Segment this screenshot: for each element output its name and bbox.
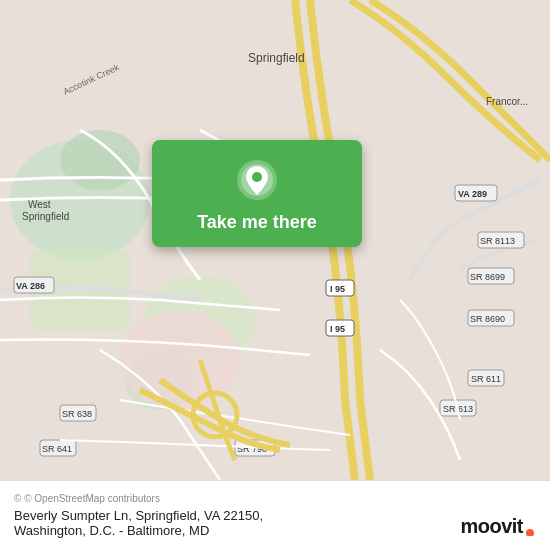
svg-text:SR 8699: SR 8699 (470, 272, 505, 282)
svg-text:Springfield: Springfield (22, 211, 69, 222)
svg-text:VA 289: VA 289 (458, 189, 487, 199)
svg-text:Springfield: Springfield (248, 51, 305, 65)
footer: © © OpenStreetMap contributors Beverly S… (0, 480, 550, 550)
moovit-brand-text: moovit (460, 515, 523, 538)
copyright-text: © OpenStreetMap contributors (24, 493, 160, 504)
address-line: Beverly Sumpter Ln, Springfield, VA 2215… (14, 508, 263, 523)
svg-text:SR 641: SR 641 (42, 444, 72, 454)
map-view: I 95 I 95 VA 289 SR 8113 SR 8690 SR 8699… (0, 0, 550, 480)
address-subtitle: Washington, D.C. - Baltimore, MD (14, 523, 263, 538)
location-pin-icon (235, 158, 279, 202)
moovit-dot-icon (524, 524, 536, 536)
moovit-logo: moovit (460, 515, 536, 538)
svg-text:SR 8113: SR 8113 (480, 236, 515, 246)
svg-text:SR 638: SR 638 (62, 409, 92, 419)
svg-text:SR 611: SR 611 (471, 374, 501, 384)
svg-text:I 95: I 95 (330, 324, 345, 334)
svg-text:Francor...: Francor... (486, 96, 528, 107)
svg-text:I 95: I 95 (330, 284, 345, 294)
copyright-symbol: © (14, 493, 21, 504)
take-me-there-button[interactable]: Take me there (152, 140, 362, 247)
copyright-line: © © OpenStreetMap contributors (14, 493, 536, 504)
svg-point-39 (252, 172, 262, 182)
svg-point-2 (60, 130, 140, 190)
svg-point-40 (526, 529, 534, 536)
take-me-there-label: Take me there (197, 212, 317, 233)
svg-text:VA 286: VA 286 (16, 281, 45, 291)
svg-text:SR 8690: SR 8690 (470, 314, 505, 324)
svg-text:West: West (28, 199, 51, 210)
